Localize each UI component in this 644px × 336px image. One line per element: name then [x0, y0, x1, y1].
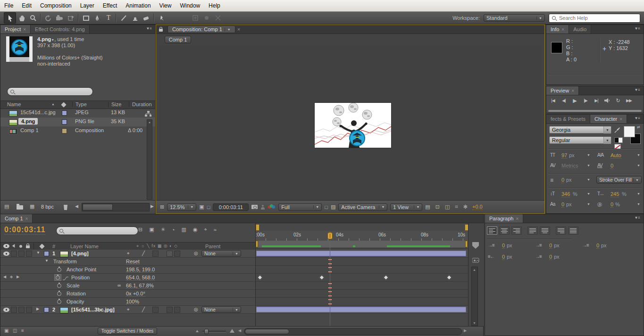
effect-switch[interactable] [152, 251, 159, 257]
project-search-box[interactable] [7, 87, 93, 96]
fill-color-swatch[interactable] [624, 126, 635, 137]
keyframe[interactable] [446, 275, 452, 280]
hide-shy-layers-icon[interactable]: ◔ [172, 227, 175, 233]
tab-info[interactable]: Info× [546, 25, 569, 34]
property-row-opacity[interactable]: Opacity 100% [0, 298, 255, 306]
scroll-down-icon[interactable]: ▼ [473, 321, 476, 325]
layer-row-1[interactable]: ▼ 1 [4.png] ⌖ ╱ ◎ None▼ [0, 250, 255, 258]
expand-layer-switches-icon[interactable]: ▣ [4, 328, 8, 333]
tab-effect-controls[interactable]: Effect Controls: 4.png [31, 25, 90, 34]
layer-color-swatch[interactable] [44, 307, 49, 312]
panel-menu-icon[interactable]: ▼≡ [142, 25, 155, 34]
space-before-value[interactable]: 0 [502, 254, 505, 260]
parent-column-label[interactable]: Parent [205, 244, 220, 249]
tab-timeline-comp1[interactable]: Comp 1× [0, 214, 33, 223]
brush-tool[interactable] [118, 13, 129, 23]
label-column-icon[interactable] [61, 102, 66, 107]
keyframe-toggle-button[interactable]: ◆ [10, 275, 13, 279]
grid-options-icon[interactable]: ⊞ [160, 204, 164, 210]
indent-left-value[interactable]: 0 [502, 243, 505, 249]
toggle-switches-modes-button[interactable]: Toggle Switches / Modes [98, 328, 157, 335]
menu-effect[interactable]: Effect [99, 0, 121, 11]
last-frame-button[interactable]: ▶| [592, 97, 601, 104]
audio-toggle[interactable] [11, 251, 17, 257]
column-size[interactable]: Size [108, 101, 121, 107]
baseline-shift-value[interactable]: 0 [561, 202, 564, 208]
selection-tool[interactable] [4, 12, 16, 24]
timeline-search-input[interactable] [66, 227, 135, 234]
property-value[interactable]: 654.0, 568.0 [126, 275, 155, 281]
label-color-swatch[interactable] [62, 128, 67, 134]
solo-column-icon[interactable] [19, 245, 22, 248]
world-axis-mode-icon[interactable] [201, 13, 212, 23]
tab-project[interactable]: Project× [0, 25, 31, 34]
frame-blending-icon[interactable]: ▥ [182, 227, 186, 233]
hand-tool[interactable] [16, 13, 27, 23]
graph-editor-icon[interactable]: ≈ [214, 227, 217, 233]
layer-name[interactable]: [4.png] [71, 251, 89, 256]
lock-toggle[interactable] [26, 251, 32, 257]
solo-toggle[interactable] [18, 251, 25, 257]
stopwatch-icon[interactable] [57, 284, 61, 288]
lock-icon[interactable] [159, 29, 163, 32]
sort-ascending-icon[interactable]: ▲ [51, 102, 55, 106]
view-layout-dropdown[interactable]: 1 View▼ [390, 203, 422, 211]
brainstorm-icon[interactable]: ⌖ [204, 227, 207, 233]
quality-icon[interactable]: ╱ [142, 251, 145, 256]
resolution-dropdown[interactable]: Full▼ [278, 203, 322, 211]
work-area-bar[interactable] [256, 241, 468, 248]
space-after-value[interactable]: 0 [549, 254, 552, 260]
tab-composition[interactable]: Composition: Comp 1 ▼ [167, 25, 235, 33]
parent-pickwhip-icon[interactable]: ◎ [194, 251, 198, 256]
justify-last-right-button[interactable] [556, 227, 566, 235]
rectangle-tool[interactable] [80, 13, 92, 23]
tab-character[interactable]: Character× [590, 115, 627, 123]
scroll-up-icon[interactable]: ▲ [473, 268, 476, 271]
expand-in-out-icon[interactable]: ≡ [21, 328, 24, 333]
region-of-interest-toggle-icon[interactable]: □ [325, 204, 328, 210]
chevron-down-icon[interactable]: ▼ [637, 202, 640, 206]
stopwatch-icon[interactable] [57, 292, 61, 296]
close-icon[interactable]: × [25, 216, 28, 221]
close-icon[interactable]: × [561, 27, 564, 32]
stroke-option-dropdown[interactable]: Stroke Over Fill▼ [596, 176, 642, 184]
interpret-footage-icon[interactable]: ▤ [4, 203, 9, 210]
parent-dropdown[interactable]: None▼ [201, 306, 241, 313]
next-keyframe-button[interactable]: ▶ [17, 275, 19, 279]
local-axis-mode-icon[interactable] [190, 13, 201, 23]
chevron-down-icon[interactable]: ▼ [587, 202, 590, 206]
menu-help[interactable]: Help [204, 0, 225, 11]
layer-1-duration-bar[interactable] [256, 251, 466, 256]
project-row-comp[interactable]: Comp 1 Composition Δ 0:00 [0, 126, 155, 135]
composition-mini-flowchart-icon[interactable]: ⊟ [138, 227, 142, 233]
menu-composition[interactable]: Composition [36, 0, 76, 11]
zoom-slider-thumb[interactable] [204, 329, 209, 334]
chevron-down-icon[interactable]: ▼ [637, 153, 640, 157]
chevron-down-icon[interactable]: ▼ [587, 153, 590, 157]
property-row-position[interactable]: ◀ ◆ ▶ Position 654.0, 568.0 [0, 274, 255, 282]
menu-view[interactable]: View [155, 0, 176, 11]
title-action-safe-icon[interactable]: ▣ [199, 204, 204, 210]
lock-column-icon[interactable] [26, 245, 30, 248]
comp-canvas-image[interactable] [315, 103, 391, 148]
scroll-left-icon[interactable]: ◀ [75, 204, 78, 209]
swap-fill-stroke-icon[interactable]: ⇄ [637, 125, 640, 129]
bit-depth-label[interactable]: 8 bpc [41, 204, 54, 210]
opacity-graph-row[interactable] [256, 298, 468, 306]
layer-name[interactable]: [15c541...3bc.jpg] [71, 307, 115, 312]
project-search-input[interactable] [17, 88, 90, 95]
rotation-tool[interactable] [42, 13, 54, 23]
solo-toggle[interactable] [18, 307, 25, 313]
panel-menu-icon[interactable]: ▼≡ [631, 86, 644, 95]
draft-3d-icon[interactable]: ✳ [161, 227, 165, 233]
font-family-dropdown[interactable]: Georgia▼ [549, 126, 611, 134]
preview-scroll-strip[interactable] [548, 110, 642, 112]
property-label[interactable]: Position [71, 275, 90, 280]
expand-transfer-controls-icon[interactable]: ◫ [13, 328, 17, 333]
timeline-vertical-scrollbar[interactable]: ▲ ▼ [471, 267, 478, 326]
scroll-left-icon[interactable]: ◀ [238, 328, 241, 333]
video-toggle[interactable] [3, 252, 9, 256]
stroke-width-value[interactable]: 0 [561, 177, 564, 183]
property-value[interactable]: 66.1, 67.8% [126, 283, 154, 289]
tab-preview[interactable]: Preview× [546, 86, 579, 95]
